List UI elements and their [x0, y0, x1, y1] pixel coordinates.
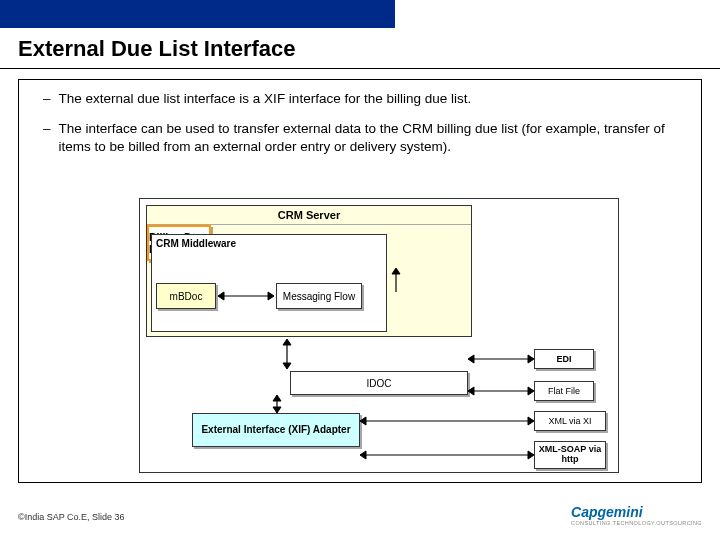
- edi-box: EDI: [534, 349, 594, 369]
- messaging-flow-box: Messaging Flow: [276, 283, 362, 309]
- svg-marker-7: [283, 363, 291, 369]
- svg-marker-2: [218, 292, 224, 300]
- arrow-icon: [218, 287, 274, 305]
- bullet-dash: –: [43, 90, 51, 108]
- architecture-diagram: CRM Server CRM Middleware mBDoc Messagin…: [139, 198, 619, 473]
- arrow-icon: [468, 383, 534, 399]
- crm-middleware-container: CRM Middleware mBDoc Messaging Flow: [151, 234, 387, 332]
- bullet-item: – The interface can be used to transfer …: [33, 120, 687, 156]
- logo-tagline: CONSULTING.TECHNOLOGY.OUTSOURCING: [571, 520, 702, 526]
- arrow-icon: [270, 395, 284, 413]
- arrow-icon: [389, 268, 403, 292]
- bullet-text: The external due list interface is a XIF…: [59, 90, 687, 108]
- logo-name: Capgemini: [571, 504, 643, 520]
- footer-text: ©India SAP Co.E, Slide 36: [18, 512, 125, 522]
- svg-marker-16: [528, 387, 534, 395]
- crm-server-label: CRM Server: [147, 206, 471, 225]
- svg-marker-15: [468, 387, 474, 395]
- arrow-icon: [468, 351, 534, 367]
- content-frame: – The external due list interface is a X…: [18, 79, 702, 483]
- svg-marker-1: [268, 292, 274, 300]
- header-bar: [0, 0, 395, 28]
- svg-marker-9: [273, 395, 281, 401]
- xml-soap-box: XML-SOAP via http: [534, 441, 606, 469]
- slide-title: External Due List Interface: [0, 28, 720, 69]
- svg-marker-13: [528, 355, 534, 363]
- xml-xi-box: XML via XI: [534, 411, 606, 431]
- svg-marker-18: [360, 417, 366, 425]
- svg-marker-19: [528, 417, 534, 425]
- svg-marker-4: [392, 268, 400, 274]
- bullet-text: The interface can be used to transfer ex…: [59, 120, 687, 156]
- svg-marker-12: [468, 355, 474, 363]
- bullet-item: – The external due list interface is a X…: [33, 90, 687, 108]
- crm-server-container: CRM Server CRM Middleware mBDoc Messagin…: [146, 205, 472, 337]
- flatfile-box: Flat File: [534, 381, 594, 401]
- bullet-dash: –: [43, 120, 51, 156]
- arrow-icon: [360, 447, 534, 463]
- svg-marker-22: [528, 451, 534, 459]
- arrow-icon: [360, 413, 534, 429]
- svg-marker-10: [273, 407, 281, 413]
- svg-marker-6: [283, 339, 291, 345]
- svg-marker-21: [360, 451, 366, 459]
- mbdoc-box: mBDoc: [156, 283, 216, 309]
- arrow-icon: [280, 337, 294, 371]
- idoc-box: IDOC: [290, 371, 468, 395]
- capgemini-logo: Capgemini CONSULTING.TECHNOLOGY.OUTSOURC…: [571, 504, 702, 526]
- xif-adapter-box: External Interface (XIF) Adapter: [192, 413, 360, 447]
- crm-middleware-label: CRM Middleware: [152, 235, 386, 252]
